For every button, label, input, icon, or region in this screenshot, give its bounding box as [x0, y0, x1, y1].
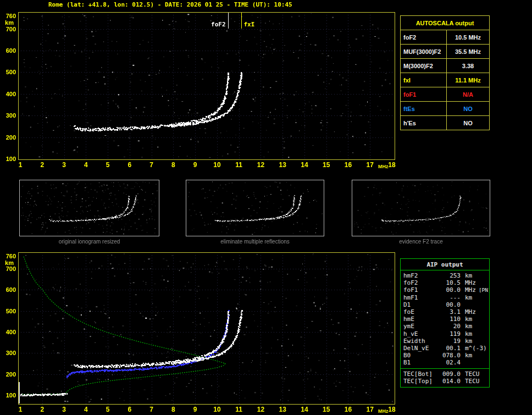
param-value: 3.38 [447, 59, 490, 73]
aip-param-value: --- [440, 294, 461, 301]
param-label: h'Es [401, 116, 447, 130]
aip-param-unit: km [465, 323, 472, 330]
aip-row-TEC[Bot]: TEC[Bot]009.0TECU [403, 370, 486, 378]
param-value: 10.5 MHz [447, 30, 490, 45]
thumbnail-caption-f2trace: evidence F2 trace [352, 239, 490, 245]
aip-param-unit: TECU [465, 370, 480, 378]
table-row-MUF3000F2: MUF(3000)F235.5 MHz [401, 45, 490, 59]
aip-param-label: B0 [403, 352, 440, 359]
autoscala-table-header: AUTOSCALA output [401, 16, 490, 30]
aip-param-value: 00.1 [440, 345, 461, 352]
aip-param-value: 014.0 [440, 378, 461, 385]
thumbnail-original-ionogram [19, 180, 159, 236]
autoscala-table-body: foF210.5 MHz MUF(3000)F235.5 MHz M(3000)… [401, 30, 490, 130]
aip-param-value: 253 [440, 272, 461, 279]
table-row-ftEs: ftEsNO [401, 102, 490, 116]
aip-param-label: foE [403, 308, 440, 316]
aip-row-foF1: foF100.0MHz[PN] [403, 286, 486, 294]
param-label: ftEs [401, 102, 447, 116]
aip-param-unit: km [465, 294, 472, 301]
autoscala-window: Rome (lat: +41.8, lon: 012.5) - DATE: 20… [0, 0, 532, 415]
param-value: N/A [447, 87, 490, 102]
aip-row-hmF1: hmF1---km [403, 294, 486, 301]
aip-param-value: 02.4 [440, 359, 461, 366]
param-value: 35.5 MHz [447, 45, 490, 59]
param-label: foF1 [401, 87, 447, 102]
aip-param-label: DelN_vE [403, 345, 440, 352]
param-label: foF2 [401, 30, 447, 45]
aip-table-body: hmF2253kmfoF210.5MHzfoF100.0MHz[PN]hmF1-… [401, 270, 489, 387]
thumbnail-caption-reflections: eliminate multiple reflections [186, 239, 324, 245]
aip-param-label: foF2 [403, 279, 440, 286]
param-value: NO [447, 116, 490, 130]
aip-row-h_vE: h_vE119km [403, 330, 486, 337]
aip-param-unit: km [465, 337, 472, 345]
tec-separator [401, 368, 489, 369]
aip-param-label: D1 [403, 301, 440, 308]
aip-param-value: 20 [440, 323, 461, 330]
thumbnail-caption-original: original ionogram resized [19, 239, 159, 245]
aip-param-label: TEC[Top] [403, 378, 440, 385]
param-value: NO [447, 102, 490, 116]
aip-param-value: 00.0 [440, 301, 461, 308]
aip-row-hmF2: hmF2253km [403, 272, 486, 279]
aip-row-ymE: ymE20km [403, 323, 486, 330]
param-label: MUF(3000)F2 [401, 45, 447, 59]
scaled-ionogram-plot [0, 0, 400, 176]
aip-param-unit: km [465, 352, 472, 359]
aip-param-value: 110 [440, 316, 461, 323]
aip-param-label: foF1 [403, 286, 440, 294]
aip-param-unit: MHz [465, 279, 476, 286]
aip-output-table: AIP output hmF2253kmfoF210.5MHzfoF100.0M… [400, 258, 490, 388]
aip-table-header: AIP output [401, 259, 489, 270]
param-label: fxI [401, 73, 447, 87]
aip-param-value: 009.0 [440, 370, 461, 378]
aip-row-foF2: foF210.5MHz [403, 279, 486, 286]
aip-param-label: TEC[Bot] [403, 370, 440, 378]
aip-param-value: 00.0 [440, 286, 461, 294]
aip-param-label: B1 [403, 359, 440, 366]
table-row-fxI: fxI11.1 MHz [401, 73, 490, 87]
aip-param-note: [PN] [479, 286, 490, 294]
aip-row-Ewidth: Ewidth19km [403, 337, 486, 345]
param-value: 11.1 MHz [447, 73, 490, 87]
thumbnail-eliminate-reflections [186, 180, 324, 236]
aip-row-hmE: hmE110km [403, 316, 486, 323]
aip-param-unit: MHz [465, 308, 476, 316]
table-row-foF2: foF210.5 MHz [401, 30, 490, 45]
aip-row-DelN_vE: DelN_vE00.1m^(-3) [403, 345, 486, 352]
aip-param-label: ymE [403, 323, 440, 330]
aip-param-value: 119 [440, 330, 461, 337]
aip-param-value: 19 [440, 337, 461, 345]
table-row-M3000F2: M(3000)F23.38 [401, 59, 490, 73]
aip-param-unit: km [465, 316, 472, 323]
aip-param-unit: MHz [465, 286, 476, 294]
aip-param-unit: m^(-3) [465, 345, 487, 352]
aip-param-value: 3.1 [440, 308, 461, 316]
aip-row-D1: D100.0 [403, 301, 486, 308]
autoscala-header-row: AUTOSCALA output [401, 16, 490, 30]
aip-row-foE: foE3.1MHz [403, 308, 486, 316]
thumbnail-evidence-f2-trace [352, 180, 490, 236]
aip-param-unit: km [465, 330, 472, 337]
aip-row-B0: B0078.0km [403, 352, 486, 359]
aip-param-value: 10.5 [440, 279, 461, 286]
station-date-time-title: Rome (lat: +41.8, lon: 012.5) - DATE: 20… [48, 1, 292, 8]
autoscala-output-table: AUTOSCALA output foF210.5 MHz MUF(3000)F… [400, 15, 490, 130]
aip-param-value: 078.0 [440, 352, 461, 359]
aip-param-label: hmF1 [403, 294, 440, 301]
table-row-foF1: foF1N/A [401, 87, 490, 102]
aip-param-label: Ewidth [403, 337, 440, 345]
aip-row-B1: B102.4 [403, 359, 486, 366]
profile-ionogram-plot [0, 244, 400, 415]
aip-row-TEC[Top]: TEC[Top]014.0TECU [403, 378, 486, 385]
aip-param-label: h_vE [403, 330, 440, 337]
param-label: M(3000)F2 [401, 59, 447, 73]
table-row-hEs: h'EsNO [401, 116, 490, 130]
aip-param-label: hmE [403, 316, 440, 323]
aip-param-unit: km [465, 272, 472, 279]
aip-param-unit: TECU [465, 378, 480, 385]
aip-param-label: hmF2 [403, 272, 440, 279]
